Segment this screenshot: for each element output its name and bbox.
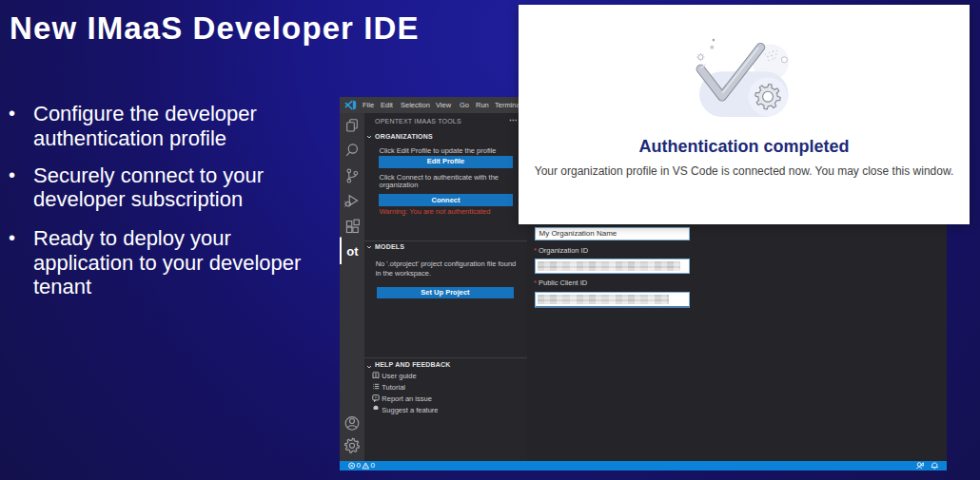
svg-text:ot: ot [346,244,359,259]
